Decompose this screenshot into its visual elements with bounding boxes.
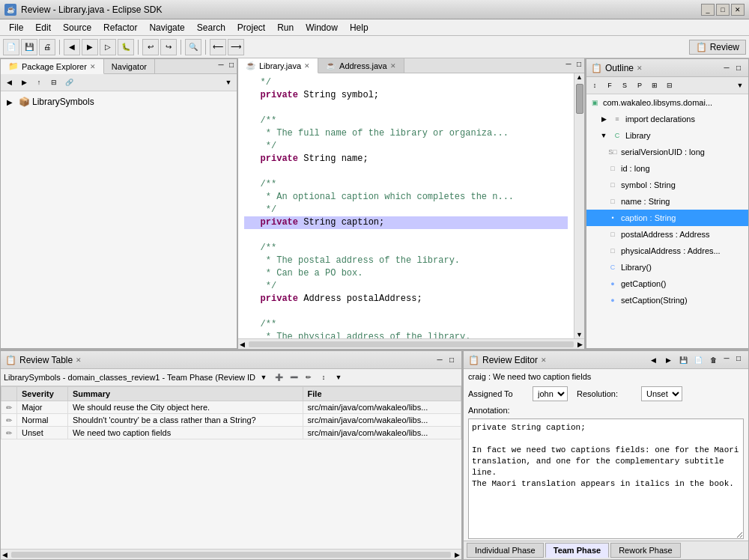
pe-back-btn[interactable]: ◀	[2, 76, 16, 89]
review-table-close[interactable]: ✕	[76, 356, 82, 364]
toolbar-fwd[interactable]: ▶	[82, 39, 98, 55]
outline-expand[interactable]: ⊞	[648, 79, 661, 92]
table-row[interactable]: ✏ Unset We need two caption fields src/m…	[1, 427, 461, 439]
re-assigned-select[interactable]: john	[533, 386, 568, 401]
outline-item-id[interactable]: □ id : long	[586, 160, 748, 177]
tab-library-java[interactable]: ☕ Library.java ✕	[238, 58, 318, 73]
toolbar-run[interactable]: ▷	[100, 39, 116, 55]
scroll-thumb[interactable]	[576, 84, 583, 114]
tab-navigator[interactable]: Navigator	[104, 59, 155, 73]
menu-navigate[interactable]: Navigate	[143, 21, 190, 34]
toolbar-search[interactable]: 🔍	[185, 39, 201, 55]
phase-tab-team[interactable]: Team Phase	[545, 543, 609, 558]
table-row[interactable]: ✏ Normal Shouldn't 'country' be a class …	[1, 414, 461, 427]
toolbar-debug[interactable]: 🐛	[118, 39, 134, 55]
menu-refactor[interactable]: Refactor	[97, 21, 143, 34]
outline-item-package[interactable]: ▣ com.wakaleo.libsyms.domai...	[586, 94, 748, 111]
left-panel-minimize[interactable]: ─	[216, 59, 226, 70]
rt-hscroll-track[interactable]	[11, 552, 451, 558]
rt-maximize[interactable]: □	[446, 355, 457, 365]
menu-search[interactable]: Search	[191, 21, 231, 34]
editor-minimize[interactable]: ─	[563, 58, 574, 69]
pe-collapse-btn[interactable]: ⊟	[47, 76, 61, 89]
outline-item-symbol[interactable]: □ symbol : String	[586, 177, 748, 193]
outline-item-imports[interactable]: ▶ ≡ import declarations	[586, 111, 748, 127]
rt-dropdown[interactable]: ▼	[257, 371, 270, 384]
hscroll-track[interactable]	[249, 341, 574, 347]
phase-tab-rework[interactable]: Rework Phase	[610, 543, 681, 558]
re-annotation-textarea[interactable]: private String caption; In fact we need …	[468, 419, 744, 539]
pe-fwd-btn[interactable]: ▶	[17, 76, 31, 89]
hscroll-right[interactable]: ▶	[577, 341, 583, 348]
tab-package-explorer[interactable]: 📁 Package Explorer ✕	[1, 59, 104, 74]
re-new[interactable]: 📄	[691, 353, 705, 367]
re-close[interactable]: ✕	[541, 356, 547, 364]
editor-scrollbar[interactable]: ▲ ▼	[574, 73, 584, 338]
outline-item-library-class[interactable]: ▼ C Library	[586, 127, 748, 144]
menu-window[interactable]: Window	[300, 21, 344, 34]
rt-add[interactable]: ➕	[272, 371, 285, 384]
toolbar-redo[interactable]: ↪	[160, 39, 177, 55]
outline-hide-fields[interactable]: F	[603, 79, 616, 92]
rt-edit[interactable]: ✏	[302, 371, 315, 384]
address-java-close[interactable]: ✕	[390, 62, 396, 70]
toolbar-new[interactable]: 📄	[3, 39, 19, 55]
outline-item-serial[interactable]: S□ serialVersionUID : long	[586, 144, 748, 160]
scroll-up[interactable]: ▲	[576, 73, 583, 81]
outline-item-caption[interactable]: • caption : String	[586, 210, 748, 226]
library-java-close[interactable]: ✕	[304, 62, 310, 70]
phase-tab-individual[interactable]: Individual Phase	[467, 543, 544, 558]
outline-item-setcaption[interactable]: ● setCaption(String)	[586, 292, 748, 308]
pe-link-btn[interactable]: 🔗	[62, 76, 76, 89]
toolbar-print[interactable]: 🖨	[39, 39, 55, 55]
outline-item-getcaption[interactable]: ● getCaption()	[586, 276, 748, 292]
re-delete[interactable]: 🗑	[706, 353, 720, 367]
rt-hscroll-right[interactable]: ▶	[455, 551, 460, 559]
outline-sort[interactable]: ↕	[588, 79, 601, 92]
menu-project[interactable]: Project	[231, 21, 271, 34]
outline-hide-static[interactable]: S	[618, 79, 631, 92]
rt-menu[interactable]: ▼	[332, 371, 345, 384]
menu-edit[interactable]: Edit	[29, 21, 57, 34]
re-back[interactable]: ◀	[646, 353, 660, 367]
toolbar-nav1[interactable]: ⟵	[210, 39, 226, 55]
re-fwd[interactable]: ▶	[661, 353, 675, 367]
menu-help[interactable]: Help	[344, 21, 374, 34]
menu-source[interactable]: Source	[57, 21, 97, 34]
tree-toggle[interactable]: ▶	[7, 98, 16, 106]
editor-hscrollbar[interactable]: ◀ ▶	[238, 338, 584, 349]
import-toggle[interactable]: ▶	[598, 112, 609, 127]
minimize-button[interactable]: _	[701, 4, 715, 16]
rt-sort[interactable]: ↕	[317, 371, 330, 384]
re-resolution-select[interactable]: Unset	[641, 386, 682, 401]
outline-hide-non-public[interactable]: P	[633, 79, 646, 92]
toolbar-undo[interactable]: ↩	[142, 39, 159, 55]
pe-menu-btn[interactable]: ▼	[222, 76, 235, 89]
table-row[interactable]: ✏ Major We should reuse the City object …	[1, 401, 461, 414]
outline-scrollbar[interactable]	[739, 94, 748, 348]
rt-minimize[interactable]: ─	[434, 355, 445, 365]
hscroll-left[interactable]: ◀	[240, 341, 245, 348]
outline-item-physical[interactable]: □ physicalAddress : Addres...	[586, 243, 748, 259]
left-panel-maximize[interactable]: □	[226, 59, 237, 70]
toolbar-back[interactable]: ◀	[64, 39, 80, 55]
editor-body[interactable]: */ private String symbol; /** * The full…	[238, 73, 574, 338]
package-explorer-close[interactable]: ✕	[90, 63, 96, 70]
outline-item-postal[interactable]: □ postalAddress : Address	[586, 226, 748, 243]
outline-item-name[interactable]: □ name : String	[586, 193, 748, 210]
pe-up-btn[interactable]: ↑	[32, 76, 46, 89]
title-bar-controls[interactable]: _ □ ✕	[701, 4, 745, 16]
toolbar-save[interactable]: 💾	[21, 39, 37, 55]
outline-minimize[interactable]: ─	[721, 63, 732, 73]
re-minimize[interactable]: ─	[721, 353, 732, 364]
close-button[interactable]: ✕	[731, 4, 745, 16]
re-save[interactable]: 💾	[676, 353, 690, 367]
outline-collapse[interactable]: ⊟	[663, 79, 676, 92]
outline-item-constructor[interactable]: C Library()	[586, 259, 748, 276]
toolbar-nav2[interactable]: ⟶	[228, 39, 244, 55]
rt-hscroll-left[interactable]: ◀	[2, 551, 7, 559]
menu-file[interactable]: File	[3, 21, 29, 34]
outline-close[interactable]: ✕	[637, 64, 643, 72]
scroll-down[interactable]: ▼	[576, 331, 583, 338]
tab-address-java[interactable]: ☕ Address.java ✕	[318, 58, 404, 73]
